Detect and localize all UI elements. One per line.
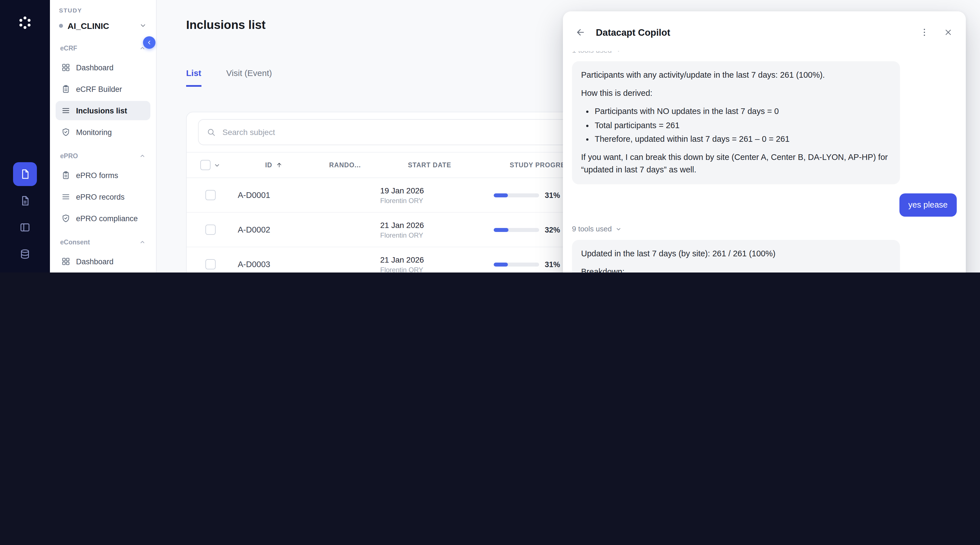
progress-value: 31%	[545, 260, 560, 269]
chevron-down-icon	[615, 51, 622, 54]
sidebar-item-epro-compliance[interactable]: ePRO compliance	[56, 209, 150, 228]
sidebar-section-header[interactable]: eConsent	[56, 232, 150, 252]
column-header-id[interactable]: ID	[223, 153, 310, 178]
tools-used-label: 9 tools used	[572, 225, 612, 234]
start-date-cell: 21 Jan 2026Florentin ORY	[366, 213, 479, 247]
study-name: AI_CLINIC	[68, 21, 135, 30]
copilot-menu-button[interactable]	[916, 24, 933, 41]
rail-item-documents[interactable]	[13, 162, 37, 186]
sidebar-item-epro-records[interactable]: ePRO records	[56, 187, 150, 207]
message-text: Updated in the last 7 days (by site): 26…	[581, 248, 891, 261]
sidebar-item-inclusions-list[interactable]: Inclusions list	[56, 101, 150, 120]
subject-id: A-D0003	[223, 247, 310, 272]
sidebar-item-dashboard[interactable]: Dashboard	[56, 252, 150, 271]
shield-icon	[61, 128, 70, 137]
message-bullet-list: Participants with NO updates in the last…	[581, 105, 891, 146]
sidebar-item-label: ePRO compliance	[76, 214, 138, 222]
subject-id: A-D0001	[223, 178, 310, 212]
bullet-item: Therefore, updated within last 7 days = …	[595, 133, 891, 146]
column-header-rando[interactable]: RANDO...	[310, 153, 366, 178]
progress-value: 32%	[545, 226, 560, 234]
sidebar-item-label: Monitoring	[76, 128, 112, 137]
sidebar-item-epro-forms[interactable]: ePRO forms	[56, 165, 150, 185]
back-button[interactable]	[572, 24, 589, 41]
file-lines-icon	[19, 195, 31, 207]
tools-used-toggle[interactable]: 1 tools used	[572, 51, 622, 55]
chevron-left-icon	[146, 39, 153, 46]
file-icon	[19, 168, 31, 180]
study-selector[interactable]: AI_CLINIC	[59, 18, 147, 33]
section-title: eConsent	[60, 239, 90, 246]
clipboard-icon	[61, 171, 70, 180]
tools-used-label: 1 tools used	[572, 51, 612, 55]
close-icon	[944, 28, 953, 37]
row-checkbox[interactable]	[205, 190, 216, 200]
sort-asc-icon[interactable]	[276, 162, 283, 168]
sidebar-item-monitoring[interactable]: Monitoring	[56, 122, 150, 142]
grid-icon	[61, 63, 70, 72]
chevron-up-icon	[139, 153, 146, 159]
row-checkbox[interactable]	[205, 224, 216, 235]
select-all-checkbox[interactable]	[200, 160, 210, 170]
sidebar-section-header[interactable]: eCRF	[56, 38, 150, 58]
message-text: How this is derived:	[581, 87, 891, 100]
sidebar-section-econsent: eConsentDashboardeConsent FormsSignature…	[50, 232, 156, 272]
tools-used-toggle[interactable]: 9 tools used	[572, 225, 622, 234]
copilot-panel: Datacapt Copilot 1 tools used Participan…	[563, 11, 966, 272]
progress-bar	[494, 193, 539, 197]
list-icon	[61, 192, 70, 201]
message-text: Participants with any activity/update in…	[581, 70, 891, 82]
kebab-icon	[919, 27, 929, 37]
assistant-message: Updated in the last 7 days (by site): 26…	[572, 240, 900, 272]
bullet-item: Participants with NO updates in the last…	[595, 105, 891, 118]
column-header-start-date[interactable]: START DATE	[366, 153, 479, 178]
sidebar: STUDY AI_CLINIC eCRFDashboardeCRF Builde…	[50, 0, 157, 272]
study-status-dot	[59, 24, 63, 27]
start-date-cell: 19 Jan 2026Florentin ORY	[366, 178, 479, 212]
rail-item-billing[interactable]	[13, 269, 37, 272]
sidebar-section-epro: ePROePRO formsePRO recordsePRO complianc…	[50, 146, 156, 228]
sidebar-item-label: Dashboard	[76, 63, 113, 72]
chevron-up-icon	[139, 239, 146, 246]
section-title: ePRO	[60, 153, 78, 159]
sidebar-item-label: Inclusions list	[76, 106, 127, 115]
sidebar-collapse-button[interactable]	[143, 36, 156, 49]
column-label: RANDO...	[329, 162, 361, 168]
rail-item-forms[interactable]	[13, 189, 37, 213]
sidebar-item-dashboard[interactable]: Dashboard	[56, 58, 150, 77]
sidebar-item-label: ePRO records	[76, 192, 124, 201]
list-icon	[61, 106, 70, 115]
app-rail: FO	[0, 0, 50, 272]
subject-id: A-D0002	[223, 213, 310, 247]
app-root: FO STUDY AI_CLINIC eCRFDashboardeCRF Bui…	[0, 0, 980, 272]
sidebar-section-header[interactable]: ePRO	[56, 146, 150, 165]
column-label: ID	[265, 162, 272, 168]
study-block: STUDY AI_CLINIC	[50, 0, 156, 34]
copilot-close-button[interactable]	[940, 24, 957, 41]
tab-visit-event[interactable]: Visit (Event)	[226, 68, 272, 87]
bullet-item: Total participants = 261	[595, 119, 891, 132]
search-icon	[207, 128, 216, 137]
rail-item-layout[interactable]	[13, 216, 37, 239]
chevron-down-icon	[615, 226, 622, 232]
sidebar-sections: eCRFDashboardeCRF BuilderInclusions list…	[50, 38, 156, 272]
row-checkbox[interactable]	[205, 259, 216, 269]
rail-items	[0, 162, 50, 272]
chevron-down-icon[interactable]	[213, 161, 221, 169]
copilot-title: Datacapt Copilot	[596, 27, 909, 38]
sidebar-item-ecrf-builder[interactable]: eCRF Builder	[56, 79, 150, 99]
chevron-down-icon	[139, 22, 147, 30]
shield-icon	[61, 214, 70, 223]
section-title: eCRF	[60, 45, 77, 52]
sidebar-item-label: Dashboard	[76, 257, 113, 266]
progress-bar	[494, 262, 539, 266]
user-message: yes please	[899, 193, 957, 217]
tab-list[interactable]: List	[186, 68, 201, 87]
rail-item-data[interactable]	[13, 242, 37, 266]
columns-icon	[19, 222, 31, 233]
progress-bar	[494, 228, 539, 232]
grid-icon	[61, 257, 70, 266]
chat-messages: 1 tools used Participants with any activ…	[563, 51, 966, 272]
study-label: STUDY	[59, 7, 147, 14]
datacapt-logo[interactable]	[0, 15, 50, 31]
